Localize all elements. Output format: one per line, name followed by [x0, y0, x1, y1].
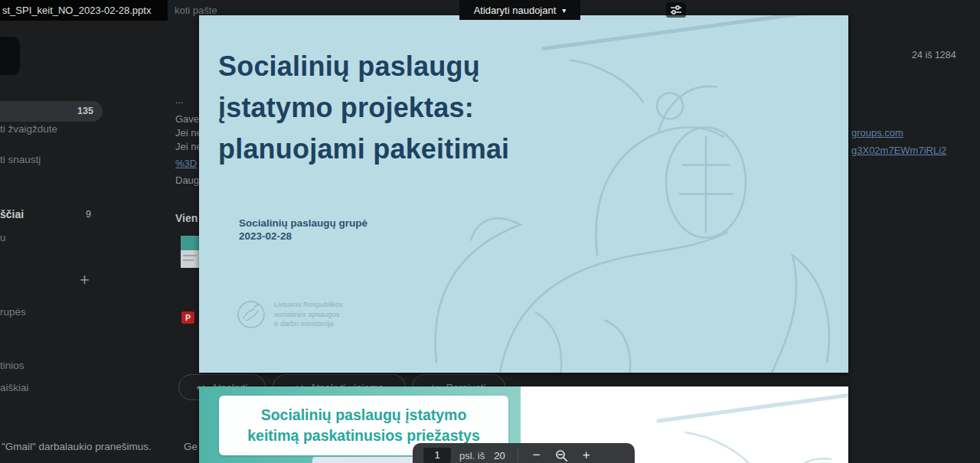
ministry-name-line: ir darbo ministerija [274, 319, 343, 329]
compose-button-stub[interactable] [0, 37, 20, 75]
inbox-count-badge: 135 [77, 106, 93, 116]
ministry-coat-of-arms-icon [236, 297, 266, 332]
email-link-fragment[interactable]: %3D [175, 158, 197, 169]
toolbar-divider [518, 448, 518, 462]
ministry-logo: Lietuvos Respublikos socialinės apsaugos… [236, 297, 343, 332]
thumbnail-line [183, 259, 194, 261]
powerpoint-icon[interactable]: P [181, 311, 194, 324]
ministry-name: Lietuvos Respublikos socialinės apsaugos… [274, 300, 343, 329]
thumbnail-line [183, 255, 197, 256]
email-line-fragment: Jei ne [175, 127, 202, 139]
page-total: 20 [494, 450, 505, 461]
sidebar-item-drafts[interactable]: ščiai [0, 208, 24, 220]
page-number-input[interactable]: 1 [423, 448, 451, 463]
mail-pagination: 24 iš 1284 [912, 50, 956, 60]
zoom-in-button[interactable]: + [576, 448, 597, 463]
slide-preview-1: Socialinių paslaugų įstatymo projektas: … [199, 15, 848, 373]
slide-title: Socialinių paslaugų įstatymo projektas: … [218, 46, 509, 170]
email-line-fragment: Gave [175, 113, 199, 125]
gmail-attachment-preview-screen: koti pašte 24 iš 1284 135 ti žvaigždute … [0, 0, 980, 463]
email-link-groups[interactable]: groups.com [851, 127, 903, 139]
drafts-count-badge: 9 [86, 209, 91, 220]
attachment-thumbnail[interactable] [181, 236, 201, 268]
desktop-notification-text: "Gmail" darbalaukio pranešimus. [2, 441, 152, 452]
email-line-fragment: Jei ne [175, 141, 202, 152]
ministry-name-line: socialinės apsaugos [274, 310, 343, 320]
page-of-label: psl. iš [459, 450, 485, 461]
search-input[interactable]: koti pašte [175, 5, 217, 16]
slide-title-line: planuojami pakeitimai [218, 129, 509, 170]
viewer-toolbar: 1 psl. iš 20 − + [413, 443, 635, 463]
open-with-button[interactable]: Atidaryti naudojant ▾ [459, 0, 580, 20]
notification-ok-button[interactable]: Ge [184, 441, 198, 452]
zoom-out-button[interactable]: − [526, 448, 547, 463]
slide-date: 2023-02-28 [239, 230, 368, 243]
caret-down-icon: ▾ [562, 6, 566, 15]
email-line-fragment: Daug [175, 174, 199, 186]
slide-title-line: Socialinių paslaugų [218, 46, 509, 87]
sidebar-item-partial[interactable]: u [0, 232, 6, 243]
sidebar-item-tinios[interactable]: tinios [0, 360, 24, 371]
sidebar-item-aiskiai[interactable]: aiškiai [0, 382, 29, 393]
slide-title-line: įstatymo projektas: [218, 87, 509, 129]
open-with-label: Atidaryti naudojant [474, 5, 557, 16]
thumbnail-teal-block [181, 236, 201, 250]
sidebar-item-snoozed[interactable]: ti snaustį [0, 154, 41, 165]
email-meta-fragment: ... [175, 94, 184, 106]
slide-subtitle: Socialinių paslaugų grupė 2023-02-28 [239, 217, 368, 243]
attachment-filename: st_SPI_keit_NO_2023-02-28.pptx [0, 0, 168, 21]
add-label-plus-icon[interactable]: + [80, 270, 90, 290]
slide2-heading-line: Socialinių paslaugų įstatymo [261, 405, 467, 426]
slide-subtitle-line: Socialinių paslaugų grupė [239, 217, 368, 230]
sidebar-item-starred[interactable]: ti žvaigždute [0, 123, 57, 135]
email-bold-fragment: Vien [175, 212, 198, 224]
email-link-token[interactable]: g3X02m7EWm7iRLi2 [851, 145, 946, 156]
ministry-name-line: Lietuvos Respublikos [274, 300, 343, 310]
sidebar-item-groups[interactable]: rupės [0, 306, 26, 318]
settings-sliders-icon[interactable] [666, 2, 686, 18]
magnifier-zoom-icon[interactable] [555, 449, 568, 462]
